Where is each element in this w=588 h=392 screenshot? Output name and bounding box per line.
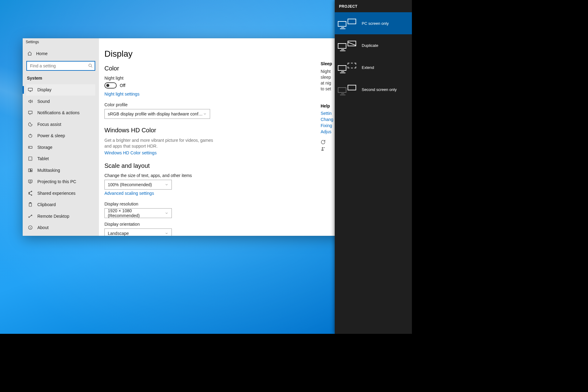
sidebar-item-multitasking[interactable]: Multitasking — [26, 164, 95, 176]
tablet-icon — [28, 156, 33, 161]
chevron-down-icon — [165, 232, 168, 235]
chevron-down-icon — [203, 112, 207, 116]
sidebar-item-label: Focus assist — [37, 122, 61, 127]
svg-rect-1 — [28, 88, 32, 91]
section-scale: Scale and layout — [104, 162, 358, 169]
notifications-icon — [28, 110, 33, 115]
svg-point-5 — [29, 147, 29, 147]
sidebar-item-label: Remote Desktop — [37, 214, 69, 219]
project-graphic-icon — [338, 40, 357, 51]
sidebar-item-clipboard[interactable]: Clipboard — [26, 199, 95, 211]
project-option-second-screen-only[interactable]: Second screen only — [335, 78, 412, 100]
settings-window: Settings Home System Display — [23, 38, 367, 236]
hdr-description: Get a brighter and more vibrant picture … — [104, 138, 215, 149]
color-profile-value: sRGB display profile with display hardwa… — [108, 111, 203, 116]
sidebar-item-tablet[interactable]: Tablet — [26, 153, 95, 165]
orientation-value: Landscape — [108, 231, 129, 236]
projecting-icon — [28, 179, 33, 184]
project-panel: PROJECT PC screen only Duplicate Extend … — [335, 0, 412, 334]
svg-point-18 — [322, 147, 323, 149]
sidebar-item-label: About — [37, 225, 49, 230]
svg-rect-2 — [28, 111, 32, 114]
sidebar-home[interactable]: Home — [26, 47, 95, 60]
orientation-dropdown[interactable]: Landscape — [104, 228, 172, 236]
sidebar-item-display[interactable]: Display — [26, 84, 95, 96]
svg-rect-8 — [31, 169, 32, 170]
night-light-toggle[interactable] — [104, 82, 117, 89]
sidebar-item-label: Shared experiences — [37, 191, 76, 196]
sidebar-item-label: Power & sleep — [37, 133, 65, 138]
sidebar-item-label: Tablet — [37, 156, 49, 161]
sidebar-item-sound[interactable]: Sound — [26, 96, 95, 107]
project-graphic-icon — [338, 84, 357, 95]
resolution-label: Display resolution — [104, 202, 358, 206]
project-option-label: Second screen only — [362, 87, 397, 92]
page-title: Display — [104, 49, 358, 59]
hdr-settings-link[interactable]: Windows HD Color settings — [104, 150, 156, 155]
text-size-dropdown[interactable]: 100% (Recommended) — [104, 180, 172, 190]
night-light-settings-link[interactable]: Night light settings — [104, 92, 139, 96]
sidebar-item-focus-assist[interactable]: Focus assist — [26, 119, 95, 130]
resolution-dropdown[interactable]: 1920 × 1080 (Recommended) — [104, 208, 172, 218]
svg-rect-7 — [28, 169, 30, 172]
home-icon — [27, 51, 32, 56]
feedback-icon — [321, 140, 326, 145]
night-light-label: Night light — [104, 76, 358, 81]
sidebar-home-label: Home — [36, 51, 47, 56]
sidebar-category: System — [26, 73, 95, 84]
text-size-value: 100% (Recommended) — [108, 182, 152, 187]
clipboard-icon — [28, 202, 33, 207]
sidebar-nav: Display Sound Notifications & actions Fo… — [26, 84, 95, 234]
search-icon — [88, 63, 93, 68]
display-icon — [28, 87, 33, 92]
sidebar-item-storage[interactable]: Storage — [26, 141, 95, 153]
sidebar-item-label: Display — [37, 87, 51, 92]
remote-desktop-icon — [28, 214, 33, 219]
person-icon — [321, 146, 326, 151]
svg-point-19 — [324, 147, 325, 148]
multitasking-icon — [28, 168, 33, 173]
project-option-duplicate[interactable]: Duplicate — [335, 34, 412, 56]
sidebar-item-label: Sound — [37, 99, 50, 104]
sidebar-item-power-sleep[interactable]: Power & sleep — [26, 130, 95, 142]
sidebar-item-label: Projecting to this PC — [37, 179, 76, 184]
window-title: Settings — [26, 40, 39, 44]
project-option-extend[interactable]: Extend — [335, 56, 412, 78]
letterbox-right — [412, 0, 588, 392]
about-icon — [28, 225, 33, 230]
sidebar-item-label: Multitasking — [37, 168, 60, 173]
storage-icon — [28, 145, 33, 150]
sidebar-search[interactable] — [26, 61, 95, 71]
settings-sidebar: Settings Home System Display — [23, 38, 99, 236]
focus-assist-icon — [28, 122, 33, 127]
project-option-label: PC screen only — [362, 21, 389, 26]
chevron-down-icon — [165, 183, 168, 187]
svg-rect-10 — [28, 180, 32, 183]
sidebar-item-projecting[interactable]: Projecting to this PC — [26, 176, 95, 188]
project-option-pc-screen-only[interactable]: PC screen only — [335, 12, 412, 34]
settings-main: Display Color Night light Off Night ligh… — [99, 38, 367, 236]
project-panel-title: PROJECT — [335, 0, 412, 12]
sidebar-item-about[interactable]: About — [26, 222, 95, 234]
night-light-state: Off — [120, 83, 125, 88]
sidebar-item-label: Notifications & actions — [37, 110, 80, 115]
text-size-label: Change the size of text, apps, and other… — [104, 173, 358, 178]
sound-icon — [28, 99, 33, 104]
sidebar-item-notifications[interactable]: Notifications & actions — [26, 107, 95, 119]
resolution-value: 1920 × 1080 (Recommended) — [108, 208, 165, 218]
sidebar-item-remote-desktop[interactable]: Remote Desktop — [26, 210, 95, 222]
section-hdr: Windows HD Color — [104, 127, 358, 134]
search-input[interactable] — [26, 61, 95, 71]
advanced-scaling-link[interactable]: Advanced scaling settings — [104, 191, 154, 196]
orientation-label: Display orientation — [104, 222, 358, 227]
window-title-bar[interactable]: Settings — [23, 38, 99, 46]
svg-point-0 — [89, 64, 92, 66]
project-option-label: Duplicate — [362, 43, 378, 48]
sidebar-item-shared-experiences[interactable]: Shared experiences — [26, 187, 95, 199]
sidebar-item-label: Clipboard — [37, 202, 56, 207]
section-color: Color — [104, 65, 358, 72]
project-graphic-icon — [338, 18, 357, 28]
color-profile-label: Color profile — [104, 102, 358, 107]
color-profile-dropdown[interactable]: sRGB display profile with display hardwa… — [104, 109, 210, 119]
svg-rect-9 — [31, 171, 32, 172]
